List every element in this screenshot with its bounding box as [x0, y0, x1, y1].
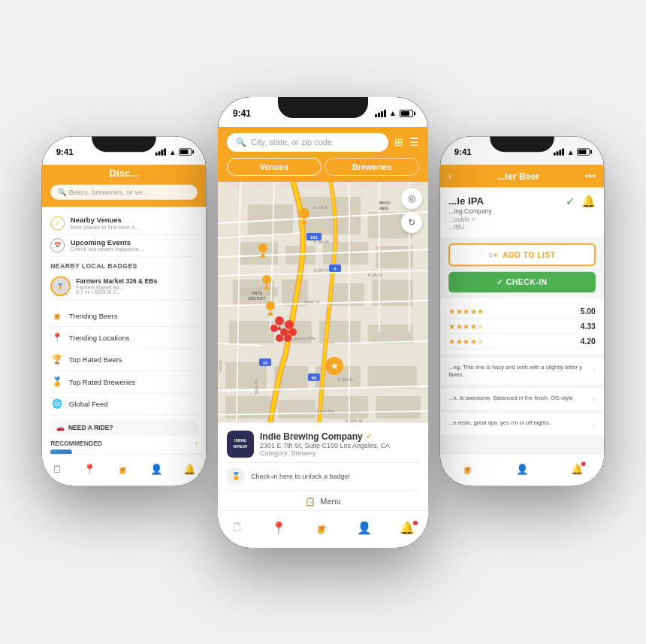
- center-tab-list[interactable]: 🗒: [231, 521, 243, 534]
- badge-sub1: Farmers Market Ba...: [76, 284, 157, 289]
- right-title: ...ler Beer: [497, 171, 539, 181]
- search-icon-center: 🔍: [236, 138, 246, 147]
- top-rated-beers-item[interactable]: 🏆 Top Rated Beers: [50, 349, 198, 370]
- right-tab-beer[interactable]: 🍺: [461, 463, 473, 474]
- trending-beers-item[interactable]: 🍺 Trending Beers: [50, 304, 198, 326]
- right-tab-notification[interactable]: 🔔: [571, 463, 583, 474]
- center-list-icon: 🗒: [231, 521, 243, 534]
- beer-info-left: ...le IPA ...ing Company ...ouble > ...I…: [448, 195, 492, 231]
- status-icons-center: ▲: [375, 109, 413, 117]
- svg-text:E 1st St: E 1st St: [314, 204, 329, 210]
- svg-text:E 6th St: E 6th St: [314, 268, 329, 273]
- tab-profile[interactable]: 👤: [150, 463, 162, 474]
- status-icons-right: ▲: [554, 147, 590, 155]
- center-bell-icon: 🔔: [400, 521, 415, 535]
- recommended-label: RECOMMENDED: [50, 440, 102, 447]
- breweries-tab[interactable]: Breweries: [325, 158, 419, 176]
- venue-category: Category: Brewery: [260, 449, 390, 457]
- recommended-header: RECOMMENDED ›: [50, 440, 198, 447]
- top-rated-breweries-item[interactable]: 🏅 Top Rated Breweries: [50, 370, 198, 392]
- review-arrow-1[interactable]: ›: [593, 363, 596, 373]
- checkin-label: ✓ CHECK-IN: [497, 277, 547, 286]
- beer-tab-icon: 🍺: [116, 463, 128, 474]
- check-icon: ✓: [50, 216, 65, 230]
- rating-rows: ★ ★ ★ ★ ★ 5.00 ★ ★ ★ ★ ★: [440, 298, 605, 354]
- filter-icon[interactable]: ⊞: [394, 136, 403, 148]
- venues-tab[interactable]: Venues: [227, 158, 321, 176]
- wifi-left: ▲: [169, 147, 176, 155]
- upcoming-events-item[interactable]: 📅 Upcoming Events Check out what's happe…: [50, 234, 198, 256]
- upcoming-events-subtitle: Check out what's happenin...: [71, 246, 143, 252]
- left-search-bar[interactable]: 🔍 Beers, breweries, or ve...: [50, 184, 198, 199]
- tab-beer[interactable]: 🍺: [116, 463, 128, 474]
- svg-text:E 4th St: E 4th St: [314, 239, 329, 244]
- venue-badge-row: 🏅 Check-in here to unlock a badge!: [227, 462, 419, 491]
- rating-num-3: 4.20: [580, 337, 595, 345]
- locate-btn[interactable]: ◎: [401, 188, 422, 209]
- bell-icon-right[interactable]: 🔔: [581, 195, 596, 207]
- refresh-btn[interactable]: ↻: [401, 212, 422, 233]
- nearby-venues-item[interactable]: ✓ Nearby Venues Best places to find beer…: [50, 212, 198, 234]
- center-search[interactable]: 🔍 City, state, or zip code: [227, 133, 388, 152]
- time-right: 9:41: [454, 147, 472, 156]
- review-arrow-3[interactable]: ›: [593, 419, 596, 428]
- trending-locations-item[interactable]: 📍 Trending Locations: [50, 326, 198, 348]
- venue-badge-text: Check-in here to unlock a badge!: [251, 473, 350, 480]
- rating-row-1: ★ ★ ★ ★ ★ 5.00: [448, 304, 596, 319]
- tab-list[interactable]: 🗒: [53, 463, 62, 474]
- venue-card-header: INDIEBREW Indie Brewing Company ✓ 2301 E…: [227, 431, 419, 458]
- badge-item[interactable]: 🏅 Farmers Market 326 & EBs Farmers Marke…: [50, 272, 198, 300]
- status-icons-left: ▲: [155, 147, 192, 155]
- more-icon-right[interactable]: •••: [585, 170, 596, 181]
- badge-name: Farmers Market 326 & EBs: [76, 277, 157, 285]
- left-content: ✓ Nearby Venues Best places to find beer…: [42, 207, 207, 470]
- svg-text:E 8th St: E 8th St: [338, 377, 353, 382]
- tab-location[interactable]: 📍: [83, 463, 95, 474]
- need-ride-section[interactable]: 🚗 NEED A RIDE?: [50, 419, 198, 435]
- center-tab-location[interactable]: 📍: [271, 521, 286, 535]
- center-tab-beer[interactable]: 🍺: [314, 521, 329, 535]
- left-title: Disc...: [50, 165, 198, 185]
- add-to-list-btn[interactable]: ≡+ ADD TO LIST: [448, 243, 596, 265]
- beer-style: ...ouble >: [448, 216, 492, 223]
- svg-rect-22: [323, 396, 368, 419]
- rtab-dot: [581, 461, 586, 466]
- checkin-btn[interactable]: ✓ CHECK-IN: [448, 271, 596, 292]
- tab-notification[interactable]: 🔔: [183, 463, 195, 474]
- recommended-arrow[interactable]: ›: [195, 440, 198, 447]
- center-tab-notification[interactable]: 🔔: [400, 521, 415, 535]
- top-rated-beers-label: Top Rated Beers: [69, 355, 122, 363]
- medal-icon: 🏅: [50, 375, 63, 388]
- global-feed-item[interactable]: 🌐 Global Feed: [50, 393, 198, 415]
- add-to-list-label: ADD TO LIST: [503, 250, 556, 259]
- bottom-tabs-right: 🍺 👤 🔔: [440, 454, 605, 486]
- map-area[interactable]: ARTS DISTRICT 101 5 10: [218, 182, 428, 422]
- time-left: 9:41: [56, 147, 74, 156]
- venue-tabs: Venues Breweries: [218, 158, 428, 182]
- venue-menu-row[interactable]: 📋 Menu: [227, 491, 419, 512]
- center-tab-profile[interactable]: 👤: [357, 521, 372, 535]
- left-header: Disc... 🔍 Beers, breweries, or ve...: [42, 165, 207, 207]
- notch-left: [92, 136, 156, 152]
- back-icon[interactable]: ‹: [448, 170, 451, 181]
- menu-icon[interactable]: ☰: [409, 136, 419, 148]
- svg-text:★: ★: [331, 361, 339, 371]
- svg-rect-20: [225, 396, 270, 419]
- stars-1: ★ ★ ★ ★ ★: [448, 307, 484, 314]
- location-icon: 📍: [50, 331, 63, 343]
- svg-point-69: [276, 334, 283, 342]
- calendar-icon: 📅: [50, 238, 65, 252]
- list-icon: 🗒: [53, 463, 62, 474]
- car-icon: 🚗: [56, 424, 64, 431]
- svg-point-68: [289, 328, 297, 336]
- svg-rect-23: [376, 396, 421, 419]
- notification-dot: [413, 521, 418, 525]
- review-arrow-2[interactable]: ›: [593, 394, 596, 404]
- search-icon-left: 🔍: [58, 188, 66, 195]
- bottom-tabs-left: 🗒 📍 🍺 👤 🔔: [42, 454, 207, 486]
- venue-info: Indie Brewing Company ✓ 2301 E 7th St, S…: [260, 431, 390, 457]
- right-tab-profile[interactable]: 👤: [516, 463, 528, 474]
- svg-rect-16: [225, 362, 267, 389]
- svg-point-70: [284, 334, 291, 342]
- svg-text:Violet St: Violet St: [304, 299, 320, 304]
